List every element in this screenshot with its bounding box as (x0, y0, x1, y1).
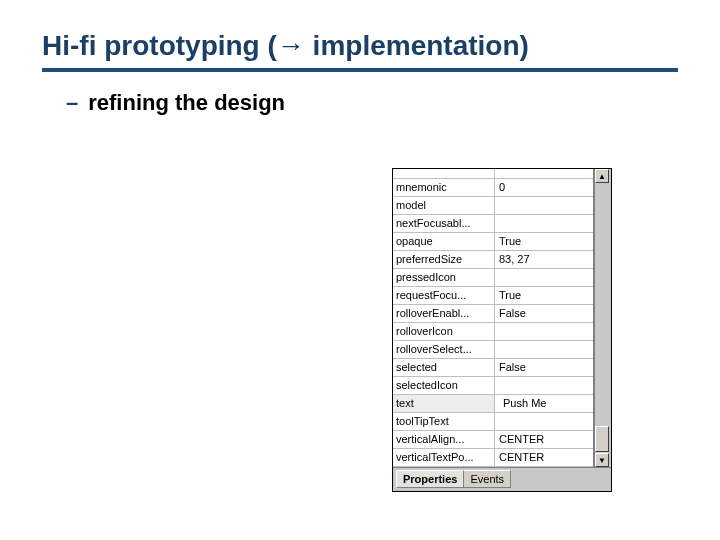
property-row[interactable]: opaqueTrue (393, 233, 593, 251)
scroll-up-button[interactable]: ▲ (595, 169, 609, 183)
property-row[interactable]: textPush Me (393, 395, 593, 413)
property-value[interactable] (495, 323, 593, 340)
property-name: opaque (393, 233, 495, 250)
property-name: minimumSize (393, 169, 495, 178)
property-row[interactable]: rolloverSelect... (393, 341, 593, 359)
slide-title: Hi-fi prototyping (→ implementation) (42, 30, 678, 62)
property-value[interactable]: False (495, 305, 593, 322)
property-row[interactable]: toolTipText (393, 413, 593, 431)
property-value[interactable]: CENTER (495, 449, 593, 466)
property-name: text (393, 395, 495, 412)
scroll-thumb[interactable] (595, 426, 609, 452)
property-row[interactable]: verticalTextPo...CENTER (393, 449, 593, 467)
property-name: verticalAlign... (393, 431, 495, 448)
property-value[interactable] (495, 413, 593, 430)
property-name: requestFocu... (393, 287, 495, 304)
tab-properties[interactable]: Properties (396, 470, 464, 488)
property-name: model (393, 197, 495, 214)
property-row[interactable]: preferredSize83, 27 (393, 251, 593, 269)
property-row[interactable]: pressedIcon (393, 269, 593, 287)
property-row[interactable]: mnemonic0 (393, 179, 593, 197)
property-row[interactable]: verticalAlign...CENTER (393, 431, 593, 449)
bullet-text: refining the design (88, 90, 285, 116)
bullet-row: – refining the design (66, 90, 678, 116)
property-name: pressedIcon (393, 269, 495, 286)
bullet-dash-icon: – (66, 90, 78, 116)
property-row[interactable]: selectedIcon (393, 377, 593, 395)
property-value[interactable] (495, 377, 593, 394)
property-row[interactable]: model (393, 197, 593, 215)
property-value[interactable]: Push Me (495, 395, 593, 412)
property-name: preferredSize (393, 251, 495, 268)
property-name: selected (393, 359, 495, 376)
property-name: mnemonic (393, 179, 495, 196)
property-value[interactable]: CENTER (495, 431, 593, 448)
property-name: nextFocusabl... (393, 215, 495, 232)
tab-events[interactable]: Events (463, 470, 511, 488)
property-row[interactable]: requestFocu...True (393, 287, 593, 305)
property-value[interactable]: 83, 27 (495, 251, 593, 268)
property-row[interactable]: rolloverEnabl...False (393, 305, 593, 323)
title-underline (42, 68, 678, 72)
vertical-scrollbar[interactable]: ▲ ▼ (594, 169, 611, 467)
property-inspector: minimumSize83, 27mnemonic0modelnextFocus… (392, 168, 612, 492)
property-name: selectedIcon (393, 377, 495, 394)
property-value[interactable]: 83, 27 (495, 169, 593, 178)
property-name: verticalTextPo... (393, 449, 495, 466)
property-value[interactable] (495, 215, 593, 232)
tab-bar: Properties Events (393, 467, 611, 491)
property-name: rolloverIcon (393, 323, 495, 340)
property-table: minimumSize83, 27mnemonic0modelnextFocus… (393, 169, 594, 467)
property-value[interactable] (495, 269, 593, 286)
property-name: toolTipText (393, 413, 495, 430)
property-value[interactable] (495, 197, 593, 214)
property-row[interactable]: selectedFalse (393, 359, 593, 377)
property-value[interactable]: False (495, 359, 593, 376)
property-name: rolloverEnabl... (393, 305, 495, 322)
scroll-down-button[interactable]: ▼ (595, 453, 609, 467)
property-value[interactable]: True (495, 287, 593, 304)
property-row[interactable]: rolloverIcon (393, 323, 593, 341)
property-row[interactable]: nextFocusabl... (393, 215, 593, 233)
property-row[interactable]: minimumSize83, 27 (393, 169, 593, 179)
property-value[interactable] (495, 341, 593, 358)
property-value[interactable]: True (495, 233, 593, 250)
property-value[interactable]: 0 (495, 179, 593, 196)
property-name: rolloverSelect... (393, 341, 495, 358)
